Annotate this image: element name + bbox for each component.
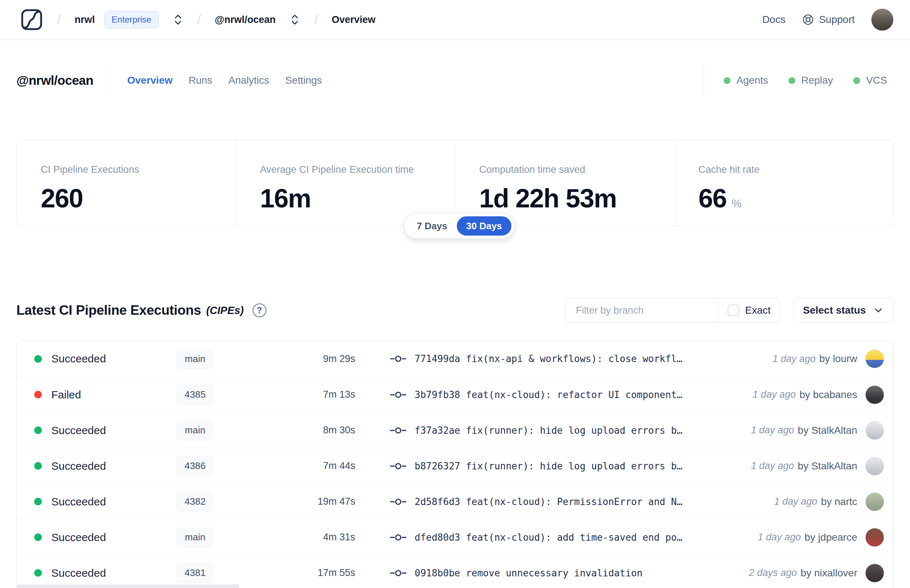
workspace-header: @nrwl/ocean Overview Runs Analytics Sett… <box>0 68 910 92</box>
green-status-dot <box>724 77 731 84</box>
author-avatar <box>865 528 884 547</box>
duration-label: 8m 30s <box>228 425 355 436</box>
duration-label: 7m 13s <box>228 389 355 400</box>
git-commit-icon <box>390 569 407 578</box>
cipe-row[interactable]: Succeeded 4381 17m 55s 0918b0be remove u… <box>17 555 893 588</box>
status-label: Succeeded <box>51 352 162 365</box>
commit-message[interactable]: 3b79fb38 feat(nx-cloud): refactor UI com… <box>415 389 682 400</box>
branch-badge: main <box>177 349 213 368</box>
cipe-row[interactable]: Succeeded 4386 7m 44s b8726327 fix(runne… <box>17 448 893 483</box>
exact-label: Exact <box>745 305 771 316</box>
breadcrumb-workspace[interactable]: @nrwl/ocean <box>215 14 276 26</box>
commit-message[interactable]: 771499da fix(nx-api & workflows): close … <box>415 353 682 364</box>
commit-message[interactable]: 0918b0be remove unnecessary invalidation <box>415 568 642 578</box>
status-dot <box>34 391 42 399</box>
exact-checkbox[interactable] <box>727 305 739 316</box>
help-icon[interactable]: ? <box>253 304 267 317</box>
docs-link[interactable]: Docs <box>762 14 786 26</box>
status-dot <box>34 462 42 470</box>
tab-runs[interactable]: Runs <box>189 74 212 86</box>
lifebuoy-icon <box>802 13 814 26</box>
status-select-dropdown[interactable]: Select status <box>793 298 894 323</box>
stat-average-execution-time: Average CI Pipeline Execution time 16m <box>236 140 455 226</box>
commit-message[interactable]: 2d58f6d3 feat(nx-cloud): PermissionError… <box>415 496 682 507</box>
range-30-days-button[interactable]: 30 Days <box>457 216 511 236</box>
nx-cloud-app: / nrwl Enterprise / @nrwl/ocean / Overvi… <box>0 0 910 588</box>
branch-badge: 4386 <box>176 456 214 476</box>
status-dot <box>34 498 42 506</box>
cipe-section-header: Latest CI Pipeline Executions (CIPEs) ? … <box>16 298 894 323</box>
workspace-switcher-icon[interactable] <box>289 12 300 27</box>
duration-label: 17m 55s <box>228 567 355 578</box>
branch-filter-group: Exact <box>565 298 781 323</box>
branch-filter-input[interactable] <box>566 298 718 322</box>
time-ago: 1 day ago <box>773 353 816 365</box>
commit-message[interactable]: b8726327 fix(runner): hide log upload er… <box>415 460 682 472</box>
author-avatar <box>865 385 884 404</box>
top-navbar: / nrwl Enterprise / @nrwl/ocean / Overvi… <box>0 0 910 40</box>
indicator-vcs: VCS <box>853 74 887 86</box>
support-link[interactable]: Support <box>802 13 855 26</box>
cipe-title-suffix: (CIPEs) <box>206 305 244 317</box>
cipe-row[interactable]: Succeeded 4382 19m 47s 2d58f6d3 feat(nx-… <box>17 483 893 519</box>
cipe-title: Latest CI Pipeline Executions <box>16 303 201 318</box>
branch-badge: main <box>177 421 213 440</box>
status-label: Succeeded <box>51 567 162 579</box>
next-row-peek <box>16 584 239 588</box>
breadcrumb-separator: / <box>57 12 61 27</box>
chevron-down-icon <box>873 307 884 314</box>
time-ago: 1 day ago <box>774 496 818 507</box>
nx-cloud-logo-icon[interactable] <box>20 8 43 31</box>
duration-label: 9m 29s <box>228 353 355 365</box>
git-commit-icon <box>390 461 407 471</box>
author-label: by jdpearce <box>805 531 857 543</box>
git-commit-icon <box>390 354 407 363</box>
author-avatar <box>865 421 884 440</box>
author-label: by StalkAltan <box>798 460 857 472</box>
cipe-row[interactable]: Succeeded main 9m 29s 771499da fix(nx-ap… <box>17 341 893 376</box>
cipe-row[interactable]: Succeeded main 8m 30s f37a32ae fix(runne… <box>17 412 893 448</box>
cipe-row[interactable]: Succeeded main 4m 31s dfed80d3 feat(nx-c… <box>17 519 893 555</box>
author-label: by StalkAltan <box>798 425 857 436</box>
tab-analytics[interactable]: Analytics <box>228 74 269 86</box>
duration-label: 7m 44s <box>228 460 355 472</box>
tab-overview[interactable]: Overview <box>127 74 173 86</box>
git-commit-icon <box>390 533 407 542</box>
divider <box>110 70 110 91</box>
org-switcher-icon[interactable] <box>173 12 183 27</box>
duration-label: 19m 47s <box>228 496 355 507</box>
author-avatar <box>865 564 884 583</box>
user-avatar[interactable] <box>871 8 894 31</box>
branch-badge: main <box>177 528 213 547</box>
status-label: Succeeded <box>51 460 162 472</box>
green-status-dot <box>853 77 860 84</box>
stats-section: CI Pipeline Executions 260 Average CI Pi… <box>16 140 894 226</box>
time-ago: 1 day ago <box>758 531 801 543</box>
status-label: Succeeded <box>51 531 162 544</box>
cipe-row[interactable]: Failed 4385 7m 13s 3b79fb38 feat(nx-clou… <box>17 376 893 412</box>
cipe-table: Succeeded main 9m 29s 771499da fix(nx-ap… <box>16 341 894 588</box>
stat-cache-hit-rate: Cache hit rate 66% <box>674 140 893 226</box>
date-range-toggle: 7 Days 30 Days <box>404 213 514 239</box>
time-ago: 1 day ago <box>751 425 794 436</box>
green-status-dot <box>789 77 795 84</box>
branch-badge: 4382 <box>176 492 214 511</box>
time-ago: 1 day ago <box>751 460 794 472</box>
branch-badge: 4385 <box>176 385 214 404</box>
author-label: by lourw <box>819 353 857 365</box>
stat-computation-time-saved: Computation time saved 1d 22h 53m <box>455 140 674 226</box>
stat-ci-pipeline-executions: CI Pipeline Executions 260 <box>17 140 236 226</box>
commit-message[interactable]: dfed80d3 feat(nx-cloud): add time-saved … <box>415 532 682 543</box>
tab-settings[interactable]: Settings <box>285 74 322 86</box>
status-dot <box>34 569 42 577</box>
git-commit-icon <box>390 426 407 435</box>
duration-label: 4m 31s <box>228 531 355 543</box>
commit-message[interactable]: f37a32ae fix(runner): hide log upload er… <box>415 425 682 436</box>
breadcrumb-org[interactable]: nrwl <box>74 14 95 26</box>
author-avatar <box>865 457 884 476</box>
range-7-days-button[interactable]: 7 Days <box>407 216 457 236</box>
author-label: by bcabanes <box>799 389 857 401</box>
branch-badge: 4381 <box>176 563 214 583</box>
breadcrumb-separator: / <box>314 12 318 27</box>
org-plan-badge: Enterprise <box>105 11 159 28</box>
